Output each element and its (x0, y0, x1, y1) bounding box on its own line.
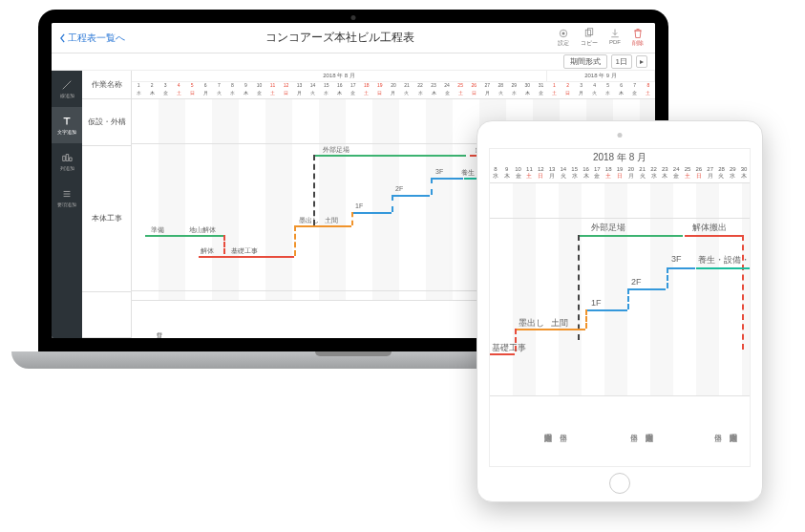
t-task-kaitai: 解体搬出 (692, 222, 727, 234)
t-wd-cell: 水 (569, 172, 581, 181)
day-cell: 20 (387, 82, 400, 91)
t-task-1f: 1F (591, 298, 602, 308)
sidebar-item-column[interactable]: 列追加 (52, 143, 82, 180)
delete-button[interactable]: 削除 (628, 27, 647, 49)
task-gaibusokuba: 外部足場 (323, 145, 350, 155)
t-wd-cell: 日 (693, 172, 705, 181)
task-line[interactable] (515, 329, 547, 330)
task-line[interactable] (185, 235, 223, 237)
day-cell: 17 (347, 82, 360, 91)
t-wd-cell: 水 (490, 172, 501, 181)
weekday-cell: 金 (159, 90, 172, 98)
sidebar-item-line[interactable]: 線追加 (52, 71, 82, 107)
day-cell: 7 (212, 82, 225, 91)
weekday-cell: 水 (413, 90, 427, 98)
day-row: 1234567891011121314151617181920212223242… (132, 82, 655, 91)
settings-button[interactable]: 設定 (554, 27, 573, 49)
weekday-cell: 水 (320, 90, 333, 98)
task-3f: 3F (435, 168, 443, 175)
day-cell: 22 (413, 82, 427, 91)
note-uchiawase: 打合せ予定 (155, 328, 163, 334)
task-line[interactable] (685, 235, 742, 237)
t-task-2f: 2F (631, 277, 642, 287)
weekday-cell: 火 (494, 90, 507, 98)
task-line[interactable] (431, 178, 463, 180)
day-cell: 21 (400, 82, 413, 91)
t-wd-cell: 水 (727, 172, 738, 181)
day-cell: 11 (265, 82, 279, 91)
day-cell: 1 (132, 82, 145, 91)
day-cell: 5 (185, 82, 199, 91)
weekday-cell: 金 (440, 90, 454, 98)
task-line[interactable] (696, 267, 750, 269)
task-line[interactable] (392, 195, 430, 197)
pdf-button[interactable]: PDF (605, 27, 625, 49)
list-icon (61, 188, 73, 200)
day-cell: 13 (293, 82, 307, 91)
t-wd-cell: 火 (558, 172, 569, 181)
tablet-camera (618, 133, 623, 138)
weekday-cell: 日 (373, 90, 387, 98)
day-cell: 26 (467, 82, 480, 91)
weekday-cell: 土 (547, 90, 561, 98)
t-wd-cell: 月 (546, 172, 558, 181)
task-line[interactable] (578, 235, 683, 237)
t-wd-cell: 土 (682, 172, 693, 181)
t-task-yojo: 養生・設備・仕上げ工事 (698, 254, 751, 266)
svg-point-1 (562, 32, 565, 35)
weekday-cell: 日 (467, 90, 480, 98)
task-heiya: 地山解体 (189, 225, 216, 235)
tablet-gantt[interactable]: 外部足場 解体搬出 3F 養生・設備・仕上げ工事 2F 1F 墨出し 土間 基礎… (490, 183, 750, 432)
day-cell: 9 (239, 82, 252, 91)
task-line[interactable] (199, 256, 225, 258)
t-wd-cell: 木 (581, 172, 592, 181)
weekday-cell: 火 (588, 90, 602, 98)
day-cell: 5 (602, 82, 615, 91)
task-line[interactable] (294, 225, 321, 227)
sidebar-item-text[interactable]: 文字追加 (52, 107, 82, 143)
back-link[interactable]: 工程表一覧へ (59, 32, 125, 45)
weekday-cell: 月 (575, 90, 588, 98)
weekday-cell: 土 (360, 90, 373, 98)
task-line[interactable] (490, 353, 515, 355)
copy-button[interactable]: コピー (577, 27, 602, 49)
day-cell: 3 (159, 82, 172, 91)
sidebar-item-item[interactable]: 要項追加 (52, 180, 82, 216)
weekday-cell: 木 (333, 90, 347, 98)
task-kiso: 基礎工事 (231, 246, 258, 256)
weekday-cell: 日 (185, 90, 199, 98)
weekday-cell: 火 (400, 90, 413, 98)
weekday-cell: 土 (172, 90, 185, 98)
weekday-cell: 木 (520, 90, 534, 98)
task-line[interactable] (225, 256, 294, 258)
weekday-cell: 月 (293, 90, 307, 98)
period-format-button[interactable]: 期間形式 (563, 54, 607, 69)
weekday-row: 水木金土日月火水木金土日月火水木金土日月火水木金土日月火水木金土日月火水木金土 (132, 90, 655, 98)
task-line[interactable] (145, 235, 185, 237)
header-actions: 設定 コピー PDF 削除 (554, 27, 647, 49)
t-wd-cell: 金 (670, 172, 682, 181)
task-line[interactable] (547, 329, 585, 330)
period-select[interactable]: 1日 (611, 54, 632, 69)
page-title: コンコアーズ本社ビル工程表 (125, 30, 554, 46)
task-line[interactable] (351, 212, 392, 214)
day-cell: 6 (615, 82, 628, 91)
task-line[interactable] (585, 309, 627, 311)
calendar-header: 2018 年 8 月 2018 年 9 月 123456789101112131… (132, 71, 655, 99)
day-cell: 25 (454, 82, 467, 91)
row-label-notes (82, 292, 131, 339)
day-cell: 6 (199, 82, 212, 91)
day-cell: 30 (520, 82, 534, 91)
period-next-button[interactable]: ▸ (636, 55, 647, 68)
weekday-cell: 水 (602, 90, 615, 98)
day-cell: 10 (252, 82, 265, 91)
task-line[interactable] (313, 155, 466, 157)
weekday-cell: 土 (454, 90, 467, 98)
task-line[interactable] (667, 267, 695, 269)
t-task-gaibu: 外部足場 (591, 222, 625, 234)
task-line[interactable] (321, 225, 351, 227)
day-cell: 3 (575, 82, 588, 91)
task-kaikei: 解体 (201, 246, 214, 256)
tablet-home-button[interactable] (609, 473, 630, 494)
task-line[interactable] (627, 288, 666, 290)
